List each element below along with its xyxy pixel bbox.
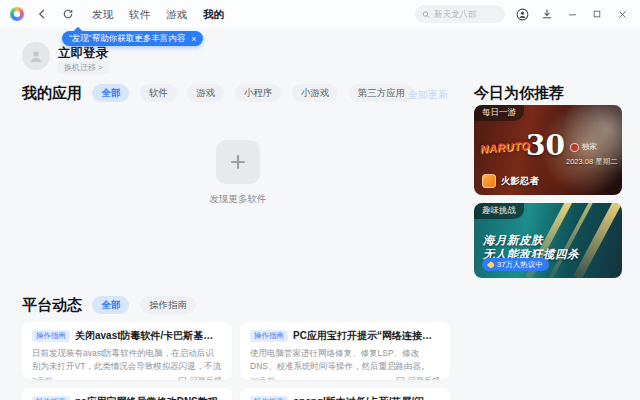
tab-mine[interactable]: 我的 [195, 0, 232, 28]
exclusive-badge: 独家 [570, 142, 597, 152]
daily-game-row: 火影忍者 [482, 174, 539, 188]
hot-topic-stat: 37万人热议中 [497, 260, 543, 270]
article-tag: 操作指南 [250, 396, 288, 400]
maximize-icon[interactable] [589, 6, 605, 22]
article-header: 操作指南 关闭avast防毒软件/卡巴斯基减少卡顿现象 [32, 329, 222, 343]
filter-thirdparty[interactable]: 第三方应用 [349, 84, 415, 102]
daily-game-name: 火影忍者 [501, 175, 539, 188]
article-footer: 2天前 问题反馈 [32, 375, 222, 380]
challenge-badge: 趣味挑战 [474, 203, 524, 219]
tab-software[interactable]: 软件 [121, 0, 158, 28]
feedback-link[interactable]: 问题反馈 [178, 375, 222, 380]
account-pill[interactable]: 换机迁移 > [57, 61, 110, 74]
feedback-link[interactable]: 问题反馈 [396, 375, 440, 380]
exclusive-label: 独家 [582, 142, 597, 152]
main-nav: 发现 软件 游戏 我的 [84, 0, 232, 28]
challenge-card[interactable]: 趣味挑战 海月新皮肤 无人能敌狂揽四杀 37万人热议中 [474, 203, 622, 278]
article-time: 2天前 [32, 375, 52, 380]
article-time: 29天前 [250, 375, 275, 380]
article-tag: 操作指南 [32, 396, 70, 400]
refresh-icon[interactable] [60, 6, 76, 22]
daily-badge: 每日一游 [474, 105, 524, 121]
filter-all[interactable]: 全部 [92, 84, 129, 102]
feed-grid: 操作指南 关闭avast防毒软件/卡巴斯基减少卡顿现象 日前发现装有avast防… [22, 322, 450, 400]
gold-streak [573, 203, 622, 278]
feedback-label: 问题反馈 [408, 375, 440, 380]
my-apps-title: 我的应用 [22, 84, 82, 101]
person-icon [28, 48, 44, 64]
article-card[interactable]: 操作指南 关闭avast防毒软件/卡巴斯基减少卡顿现象 日前发现装有avast防… [22, 322, 232, 380]
filter-software[interactable]: 软件 [140, 84, 177, 102]
daily-date: 2023.08 星期二 [566, 157, 618, 167]
tab-discover[interactable]: 发现 [84, 0, 121, 28]
feedback-label: 问题反馈 [190, 375, 222, 380]
seal-icon [570, 143, 579, 152]
article-card[interactable]: 操作指南 opengl版本过低/卡死/花屏/闪退，升级显卡驱动… [240, 388, 450, 400]
app-logo-icon[interactable] [10, 7, 24, 21]
filter-miniprogram[interactable]: 小程序 [235, 84, 282, 102]
article-header: 操作指南 opengl版本过低/卡死/花屏/闪退，升级显卡驱动… [250, 395, 440, 400]
tooltip-close-icon[interactable]: × [191, 34, 196, 44]
article-body: 使用电脑管家进行网络修复、修复LSP、修改DNS、校准系统时间等操作，然后重启路… [250, 347, 440, 373]
tab-games[interactable]: 游戏 [158, 0, 195, 28]
recommend-title: 今日为你推荐 [474, 84, 564, 103]
challenge-line1: 海月新皮肤 [483, 233, 543, 248]
article-tag: 操作指南 [32, 330, 70, 342]
discover-more-label: 发现更多软件 [178, 193, 298, 206]
article-title: opengl版本过低/卡死/花屏/闪退，升级显卡驱动… [293, 395, 440, 400]
comment-icon [178, 376, 187, 380]
game-app-icon [482, 174, 496, 188]
minimize-icon[interactable] [564, 6, 580, 22]
article-header: 操作指南 PC应用宝打开提示“网络连接错误” [250, 329, 440, 343]
my-apps-section-header: 我的应用 全部 软件 游戏 小程序 小游戏 第三方应用 全部更新 [22, 84, 448, 103]
article-body: 日前发现装有avast防毒软件的电脑，在启动后识别为未打开VT，此类情况会导致模… [32, 347, 222, 373]
article-title: pc应用宝网络异常修改DNS教程 [75, 395, 218, 400]
login-button[interactable]: 立即登录 [58, 45, 108, 62]
article-header: 操作指南 pc应用宝网络异常修改DNS教程 [32, 395, 222, 400]
filter-games[interactable]: 游戏 [187, 84, 224, 102]
search-input[interactable] [434, 9, 498, 19]
naruto-logo: NARUTO [480, 139, 531, 154]
discover-tooltip: “发现”帮助你获取更多丰富内容 × [62, 31, 203, 46]
filter-minigames[interactable]: 小游戏 [292, 84, 339, 102]
search-icon [422, 10, 430, 19]
daily-game-card[interactable]: 每日一游 NARUTO 30 独家 2023.08 星期二 火影忍者 [474, 105, 622, 195]
add-apps-tile[interactable] [216, 140, 260, 184]
article-tag: 操作指南 [250, 330, 288, 342]
app-window: 发现 软件 游戏 我的 “发现”帮助你获取更多丰富内容 × [0, 0, 640, 400]
feed-filter-guide[interactable]: 操作指南 [140, 296, 196, 314]
article-footer: 29天前 问题反馈 [250, 375, 440, 380]
update-all-button[interactable]: 全部更新 [408, 88, 448, 102]
avatar[interactable] [22, 42, 50, 70]
feed-section-header: 平台动态 全部 操作指南 [22, 296, 450, 315]
plus-icon [228, 152, 248, 172]
flame-icon [487, 260, 495, 268]
article-title: PC应用宝打开提示“网络连接错误” [293, 329, 440, 343]
tooltip-text: “发现”帮助你获取更多丰富内容 [69, 33, 185, 45]
close-icon[interactable] [614, 6, 630, 22]
feed-title: 平台动态 [22, 296, 82, 313]
feed-filter-all[interactable]: 全部 [92, 296, 129, 314]
article-card[interactable]: 操作指南 PC应用宝打开提示“网络连接错误” 使用电脑管家进行网络修复、修复LS… [240, 322, 450, 380]
comment-icon [396, 376, 405, 380]
article-title: 关闭avast防毒软件/卡巴斯基减少卡顿现象 [75, 329, 222, 343]
article-card[interactable]: 操作指南 pc应用宝网络异常修改DNS教程 [22, 388, 232, 400]
search-box[interactable] [415, 5, 505, 23]
hot-topic-pill[interactable]: 37万人热议中 [482, 258, 549, 271]
daily-number: 30 [526, 129, 565, 162]
download-icon[interactable] [539, 6, 555, 22]
back-icon[interactable] [34, 6, 50, 22]
user-icon[interactable] [514, 6, 530, 22]
topbar: 发现 软件 游戏 我的 [0, 0, 640, 28]
